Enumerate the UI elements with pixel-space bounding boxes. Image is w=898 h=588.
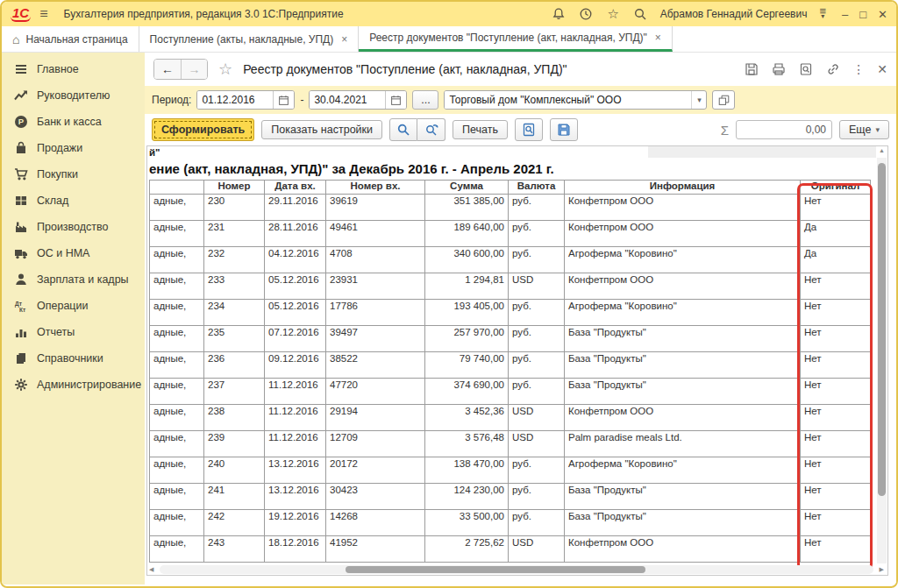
- cell-original[interactable]: Нет: [801, 405, 871, 431]
- vertical-scrollbar[interactable]: [877, 158, 887, 563]
- cell-info[interactable]: Агроферма "Коровино": [565, 247, 801, 273]
- table-row[interactable]: адные, 238 11.12.2016 29194 3 452,36 USD…: [150, 405, 871, 431]
- cell-currency[interactable]: руб.: [509, 352, 565, 379]
- sidebar-item[interactable]: Производство: [2, 214, 145, 240]
- vertical-scrollbar-thumb[interactable]: [878, 163, 886, 496]
- cell-date-in[interactable]: 11.12.2016: [265, 405, 326, 431]
- cell-info[interactable]: Агроферма "Коровино": [565, 457, 801, 484]
- scroll-right-icon[interactable]: ▶: [880, 566, 884, 573]
- cell-number[interactable]: 234: [204, 300, 265, 326]
- cell-document[interactable]: адные,: [150, 379, 204, 405]
- cell-currency[interactable]: руб.: [509, 247, 565, 273]
- cell-date-in[interactable]: 04.12.2016: [265, 247, 326, 273]
- print-icon[interactable]: [771, 62, 786, 77]
- history-icon[interactable]: [579, 7, 594, 22]
- favorites-star-icon[interactable]: ☆: [606, 7, 621, 22]
- tab-reestr-dokumentov[interactable]: Реестр документов "Поступление (акт, нак…: [359, 26, 673, 52]
- tab-home[interactable]: ⌂ Начальная страница: [2, 26, 139, 52]
- table-row[interactable]: адные, 243 18.12.2016 41952 2 725,62 USD…: [150, 536, 871, 563]
- cell-date-in[interactable]: 18.12.2016: [265, 536, 326, 563]
- global-search-icon[interactable]: [633, 7, 648, 22]
- cell-currency[interactable]: руб.: [509, 300, 565, 326]
- save-report-icon[interactable]: [550, 118, 578, 141]
- sidebar-item[interactable]: Р Банк и касса: [2, 109, 145, 135]
- more-button[interactable]: Еще ▾: [839, 120, 889, 139]
- cell-sum[interactable]: 79 740,00: [425, 352, 509, 379]
- cell-original[interactable]: Нет: [801, 326, 871, 352]
- cell-info[interactable]: База "Продукты": [565, 352, 801, 379]
- date-to-input[interactable]: [310, 91, 385, 109]
- sum-field[interactable]: [736, 120, 832, 139]
- cell-info[interactable]: База "Продукты": [565, 510, 801, 536]
- cell-sum[interactable]: 374 690,00: [425, 379, 509, 405]
- cell-sum[interactable]: 138 470,00: [425, 457, 509, 484]
- cell-number[interactable]: 241: [204, 484, 265, 510]
- notifications-bell-icon[interactable]: [552, 7, 567, 22]
- generate-button[interactable]: Сформировать: [152, 118, 254, 141]
- cell-sum[interactable]: 3 452,36: [425, 405, 509, 431]
- cell-date-in[interactable]: 29.11.2016: [265, 195, 326, 221]
- cell-number[interactable]: 233: [204, 273, 265, 300]
- cell-original[interactable]: Нет: [801, 273, 871, 300]
- column-header[interactable]: Номер вх.: [326, 181, 425, 195]
- column-header[interactable]: Сумма: [425, 181, 509, 195]
- cell-date-in[interactable]: 07.12.2016: [265, 326, 326, 352]
- cell-number-in[interactable]: 41952: [326, 536, 425, 563]
- cell-document[interactable]: адные,: [150, 273, 204, 300]
- cell-document[interactable]: адные,: [150, 536, 204, 563]
- tab-close-icon[interactable]: ×: [341, 33, 347, 46]
- sidebar-item[interactable]: ОС и НМА: [2, 240, 145, 266]
- cell-info[interactable]: Конфетпром ООО: [565, 536, 801, 563]
- cell-document[interactable]: адные,: [150, 300, 204, 326]
- maximize-button[interactable]: □: [859, 8, 866, 21]
- table-row[interactable]: адные, 231 28.11.2016 49461 189 640,00 р…: [150, 221, 871, 247]
- cell-number-in[interactable]: 29194: [326, 405, 425, 431]
- cell-date-in[interactable]: 13.12.2016: [265, 457, 326, 484]
- sidebar-item[interactable]: Главное: [2, 56, 145, 82]
- cell-original[interactable]: Нет: [801, 195, 871, 221]
- cell-currency[interactable]: USD: [509, 405, 565, 431]
- cell-number[interactable]: 232: [204, 247, 265, 273]
- cell-sum[interactable]: 3 576,48: [425, 431, 509, 457]
- cell-currency[interactable]: руб.: [509, 379, 565, 405]
- table-row[interactable]: адные, 241 13.12.2016 30423 124 230,00 р…: [150, 484, 871, 510]
- cell-number-in[interactable]: 47720: [326, 379, 425, 405]
- sidebar-item[interactable]: Продажи: [2, 135, 145, 161]
- cell-currency[interactable]: USD: [509, 536, 565, 563]
- cell-sum[interactable]: 257 970,00: [425, 326, 509, 352]
- table-row[interactable]: адные, 242 19.12.2016 14268 33 500,00 ру…: [150, 510, 871, 536]
- cell-number-in[interactable]: 23931: [326, 273, 425, 300]
- cell-info[interactable]: Конфетпром ООО: [565, 273, 801, 300]
- cell-sum[interactable]: 2 725,62: [425, 536, 509, 563]
- sidebar-item[interactable]: Руководителю: [2, 82, 145, 109]
- cell-number-in[interactable]: 17786: [326, 300, 425, 326]
- cell-number-in[interactable]: 39497: [326, 326, 425, 352]
- organization-input[interactable]: [445, 91, 691, 109]
- tab-close-icon[interactable]: ×: [655, 32, 661, 44]
- cell-number[interactable]: 239: [204, 431, 265, 457]
- cell-document[interactable]: адные,: [150, 484, 204, 510]
- cell-original[interactable]: Нет: [801, 510, 871, 536]
- cell-number[interactable]: 243: [204, 536, 265, 563]
- cell-info[interactable]: Конфетпром ООО: [565, 405, 801, 431]
- cell-date-in[interactable]: 28.11.2016: [265, 221, 326, 247]
- period-dots-button[interactable]: ...: [412, 90, 438, 110]
- cell-currency[interactable]: руб.: [509, 195, 565, 221]
- cell-date-in[interactable]: 11.12.2016: [265, 431, 326, 457]
- cell-date-in[interactable]: 11.12.2016: [265, 379, 326, 405]
- cell-currency[interactable]: руб.: [509, 221, 565, 247]
- save-icon[interactable]: [744, 62, 759, 77]
- scroll-up-icon[interactable]: ▲: [879, 147, 885, 153]
- sidebar-item[interactable]: Покупки: [2, 161, 145, 188]
- cell-currency[interactable]: руб.: [509, 457, 565, 484]
- favorite-star-icon[interactable]: ☆: [218, 60, 232, 79]
- cell-number-in[interactable]: 12709: [326, 431, 425, 457]
- cell-original[interactable]: Нет: [801, 379, 871, 405]
- sidebar-item[interactable]: Справочники: [2, 345, 145, 372]
- cell-date-in[interactable]: 05.12.2016: [265, 273, 326, 300]
- cell-number[interactable]: 237: [204, 379, 265, 405]
- calendar-icon[interactable]: [273, 91, 294, 109]
- table-row[interactable]: адные, 230 29.11.2016 39619 351 385,00 р…: [150, 195, 871, 221]
- open-organization-icon[interactable]: [712, 90, 735, 110]
- cell-number[interactable]: 231: [204, 221, 265, 247]
